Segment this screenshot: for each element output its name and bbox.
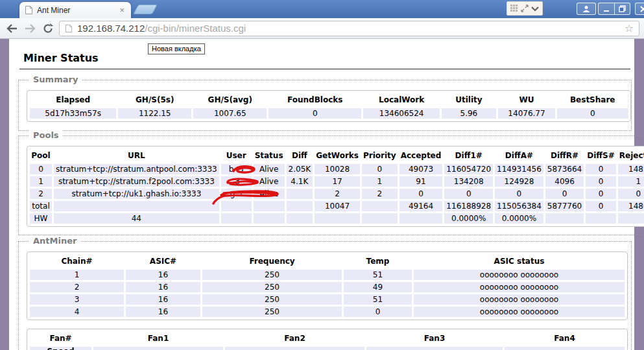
- cell-rejected: 0: [618, 189, 644, 199]
- close-window-button[interactable]: [635, 3, 644, 15]
- cell-chain: 3: [30, 294, 124, 305]
- cell-url: [54, 201, 219, 211]
- pools-table: Pool URL User Status Diff GetWorks Prior…: [27, 146, 644, 227]
- cell-frequency: 250: [202, 294, 342, 305]
- cell-priority: [362, 201, 398, 211]
- summary-table: Elapsed GH/S(5s) GH/S(avg) FoundBlocks L…: [27, 90, 631, 122]
- cell-getworks: [315, 213, 360, 224]
- cell-status: Alive: [254, 189, 285, 199]
- cell-ghsavg: 1007.65: [193, 108, 267, 119]
- cell-diffs: 0: [586, 189, 616, 199]
- back-button[interactable]: [5, 21, 19, 36]
- col-header: URL: [54, 149, 219, 162]
- cell-asic: 16: [126, 294, 200, 305]
- summary-legend: Summary: [29, 75, 82, 84]
- col-header: ASIC#: [126, 255, 200, 268]
- chains-table: Chain# ASIC# Frequency Temp ASIC status …: [27, 251, 628, 320]
- pool-row-2: 2 stratum+tcp://uk1.ghash.io:3333 g 3 Al…: [30, 189, 644, 199]
- cell-status: [254, 213, 285, 224]
- summary-header-row: Elapsed GH/S(5s) GH/S(avg) FoundBlocks L…: [30, 93, 628, 106]
- browser-tab-strip: Ant Miner ×: [0, 0, 644, 18]
- cell-frequency: 250: [202, 282, 342, 292]
- maximize-button[interactable]: [614, 3, 630, 14]
- cell-diff1: 0.0000%: [444, 213, 493, 224]
- cell-user-redacted: b .3: [221, 164, 252, 174]
- user-suffix: .3: [232, 177, 239, 186]
- col-header: Elapsed: [30, 93, 116, 106]
- cell-ghs5s: 1122.15: [118, 108, 191, 119]
- cell-diffs: 0: [586, 164, 616, 174]
- cell-speed-label: Speed (r/min): [30, 347, 91, 350]
- cell-getworks: 17: [315, 176, 360, 187]
- profile-button[interactable]: [577, 3, 596, 15]
- cell-diff: [287, 189, 313, 199]
- url-path: /cgi-bin/minerStatus.cgi: [145, 23, 246, 34]
- tab-close-icon[interactable]: ×: [118, 5, 126, 15]
- col-header: Rejected: [618, 149, 644, 162]
- cell-elapsed: 5d17h33m57s: [30, 108, 116, 119]
- col-header: FoundBlocks: [268, 93, 361, 106]
- col-header: Fan2: [225, 332, 364, 345]
- col-header: BestShare: [557, 93, 628, 106]
- cell-status: [254, 201, 285, 211]
- page-content: Miner Status Summary Elapsed GH/S(5s) GH…: [9, 39, 634, 350]
- forward-button[interactable]: [23, 21, 37, 36]
- cell-diffs: 0: [586, 176, 616, 187]
- maximize-icon: [619, 5, 626, 12]
- cell-getworks: 10047: [315, 201, 360, 211]
- miner-status-page: Miner Status Summary Elapsed GH/S(5s) GH…: [0, 39, 644, 350]
- cell-pool: 0: [30, 164, 52, 174]
- cell-user: [221, 201, 252, 211]
- cell-rejected: [618, 213, 644, 224]
- col-header: Fan1: [93, 332, 223, 345]
- chain-row: 4 16 250 0 oooooooo oooooooo: [30, 307, 625, 317]
- cell-priority: 0: [362, 164, 398, 174]
- cell-diffr: 4096: [545, 176, 584, 187]
- fans-header-row: Fan# Fan1 Fan2 Fan3 Fan4: [30, 332, 625, 345]
- col-header: DiffS#: [586, 149, 616, 162]
- bookmark-star-icon[interactable]: ☆: [625, 23, 634, 34]
- cell-url: stratum+tcp://stratum.f2pool.com:3333: [54, 176, 219, 187]
- cell-pool: 1: [30, 176, 52, 187]
- chain-row: 3 16 250 51 oooooooo oooooooo: [30, 294, 625, 305]
- cell-getworks: 10028: [315, 164, 360, 174]
- cell-asic: 16: [126, 282, 200, 292]
- chevron-down-icon: [531, 6, 540, 12]
- user-suffix: 3: [237, 189, 243, 198]
- cell-fan4-speed: 0: [505, 347, 625, 350]
- summary-data-row: 5d17h33m57s 1122.15 1007.65 0 134606524 …: [30, 108, 628, 119]
- col-header: Diff1#: [444, 149, 493, 162]
- browser-toolbar: 192.168.74.212/cgi-bin/minerStatus.cgi ☆…: [0, 18, 644, 39]
- tab-title: Ant Miner: [37, 6, 118, 15]
- expand-arrows-icon: [521, 5, 529, 12]
- fans-table: Fan# Fan1 Fan2 Fan3 Fan4 Speed (r/min) 0…: [27, 329, 628, 350]
- new-tab-button[interactable]: [133, 5, 158, 14]
- col-header: User: [221, 149, 252, 162]
- cell-asic-status: oooooooo oooooooo: [414, 294, 625, 305]
- window-controls: [598, 3, 630, 15]
- browser-tab[interactable]: Ant Miner ×: [19, 2, 131, 18]
- chains-header-row: Chain# ASIC# Frequency Temp ASIC status: [30, 255, 625, 268]
- cell-asic-status: oooooooo oooooooo: [414, 282, 625, 292]
- cell-chain: 1: [30, 270, 124, 280]
- pool-row-total: total 10047 49164 116188928 115056384 58…: [30, 201, 644, 211]
- cell-diff: [287, 213, 313, 224]
- col-header: Frequency: [202, 255, 342, 268]
- cell-diffa: 124928: [495, 176, 543, 187]
- cell-pool: 2: [30, 189, 52, 199]
- pools-legend: Pools: [29, 130, 63, 140]
- cell-url: 44: [54, 213, 219, 224]
- document-icon: [65, 24, 73, 33]
- cell-diff: 2.05K: [287, 164, 313, 174]
- cell-foundblocks: 0: [268, 108, 361, 119]
- address-bar[interactable]: 192.168.74.212/cgi-bin/minerStatus.cgi ☆: [59, 21, 639, 36]
- grid-capture-icon: [510, 5, 519, 13]
- capture-widget-button[interactable]: [507, 1, 543, 16]
- reload-button[interactable]: [41, 21, 55, 36]
- minimize-button[interactable]: [599, 3, 614, 14]
- user-prefix: g: [230, 189, 235, 198]
- cell-user: [221, 213, 252, 224]
- cell-diffa: 0.0000%: [495, 213, 543, 224]
- col-header: DiffA#: [495, 149, 543, 162]
- antminer-legend: AntMiner: [29, 236, 80, 246]
